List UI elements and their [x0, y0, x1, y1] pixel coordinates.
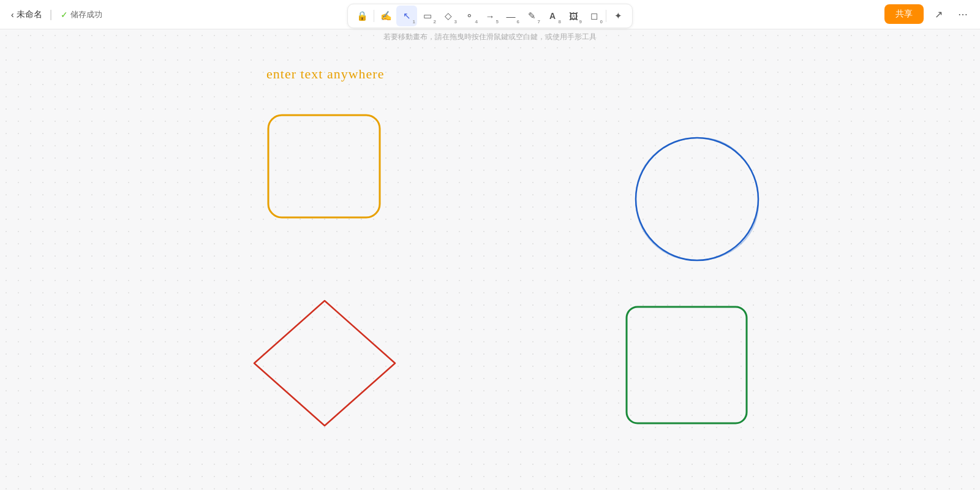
- tool-circle[interactable]: ⚬ 4: [459, 6, 480, 26]
- svg-rect-0: [268, 115, 380, 217]
- circle-icon: ⚬: [466, 10, 473, 21]
- extra-icon: ✦: [614, 10, 622, 21]
- arrow-icon: →: [486, 11, 495, 21]
- tool-badge-6: 6: [517, 19, 519, 24]
- tool-arrow[interactable]: → 5: [480, 6, 500, 26]
- select-icon: ↖: [403, 10, 411, 21]
- tool-extra[interactable]: ✦: [608, 6, 628, 26]
- green-rect-svg: [625, 305, 750, 428]
- tool-image[interactable]: 🖼 9: [563, 6, 584, 26]
- svg-rect-3: [627, 307, 747, 423]
- header: ‹ 未命名 | ✓ 储存成功 🔒 ✍ ↖ 1 ▭ 2 ◇: [0, 0, 980, 29]
- header-right: 共享 ↗ ⋯: [884, 4, 973, 24]
- hand-icon: ✍: [380, 10, 392, 21]
- save-label: 储存成功: [70, 9, 102, 20]
- rect-icon: ▭: [423, 10, 432, 21]
- toolbar-divider: [374, 10, 374, 22]
- shape-blue-circle[interactable]: [633, 135, 761, 266]
- toolbar: 🔒 ✍ ↖ 1 ▭ 2 ◇ 3 ⚬ 4 → 5: [347, 4, 633, 28]
- more-options-button[interactable]: ⋯: [953, 4, 973, 24]
- blue-circle-svg: [633, 135, 761, 263]
- divider: |: [50, 8, 53, 21]
- svg-marker-2: [254, 301, 395, 426]
- back-button[interactable]: ‹ 未命名: [7, 7, 46, 23]
- tool-eraser[interactable]: ◻ 0: [584, 6, 605, 26]
- line-icon: —: [507, 11, 516, 21]
- pencil-icon: ✎: [528, 10, 536, 21]
- canvas-text-annotation: enter text anywhere: [266, 66, 384, 82]
- tool-text[interactable]: A 8: [542, 6, 563, 26]
- external-link-icon: ↗: [935, 9, 943, 20]
- orange-rect-svg: [266, 113, 383, 221]
- diamond-icon: ◇: [445, 10, 452, 21]
- svg-point-1: [636, 138, 758, 260]
- lock-icon: 🔒: [356, 10, 368, 21]
- tool-hand[interactable]: ✍: [375, 6, 396, 26]
- shape-red-diamond[interactable]: [248, 296, 401, 433]
- hint-bar: 若要移動畫布，請在拖曳時按住滑鼠鍵或空白鍵，或使用手形工具: [383, 32, 597, 42]
- document-title: 未命名: [17, 9, 42, 20]
- eraser-icon: ◻: [590, 10, 598, 21]
- tool-badge-4: 4: [475, 19, 478, 24]
- tool-line[interactable]: — 6: [500, 6, 521, 26]
- more-icon: ⋯: [958, 9, 968, 20]
- toolbar-divider-2: [606, 10, 606, 22]
- tool-pencil[interactable]: ✎ 7: [521, 6, 542, 26]
- tool-badge-9: 9: [579, 19, 582, 24]
- shape-orange-rect[interactable]: [266, 113, 383, 223]
- tool-badge-0: 0: [600, 19, 603, 24]
- text-icon: A: [549, 11, 556, 21]
- red-diamond-svg: [248, 296, 401, 431]
- header-left: ‹ 未命名 | ✓ 储存成功: [0, 7, 115, 23]
- canvas-area[interactable]: enter text anywhere: [0, 29, 980, 490]
- tool-select[interactable]: ↖ 1: [396, 6, 417, 26]
- shape-green-rect[interactable]: [625, 305, 750, 430]
- tool-badge-7: 7: [538, 19, 540, 24]
- tool-badge-3: 3: [454, 19, 457, 24]
- image-icon: 🖼: [569, 11, 578, 21]
- save-status: ✓ 储存成功: [56, 9, 107, 20]
- hint-text: 若要移動畫布，請在拖曳時按住滑鼠鍵或空白鍵，或使用手形工具: [383, 32, 597, 41]
- external-link-button[interactable]: ↗: [929, 4, 948, 24]
- tool-badge-8: 8: [559, 19, 561, 24]
- tool-badge-5: 5: [496, 19, 499, 24]
- tool-lock[interactable]: 🔒: [352, 6, 372, 26]
- tool-badge-1: 1: [413, 19, 415, 24]
- share-button[interactable]: 共享: [884, 4, 924, 24]
- tool-diamond[interactable]: ◇ 3: [438, 6, 459, 26]
- back-icon: ‹: [11, 10, 14, 20]
- tool-badge-2: 2: [434, 19, 436, 24]
- tool-rect[interactable]: ▭ 2: [417, 6, 438, 26]
- check-icon: ✓: [61, 10, 68, 20]
